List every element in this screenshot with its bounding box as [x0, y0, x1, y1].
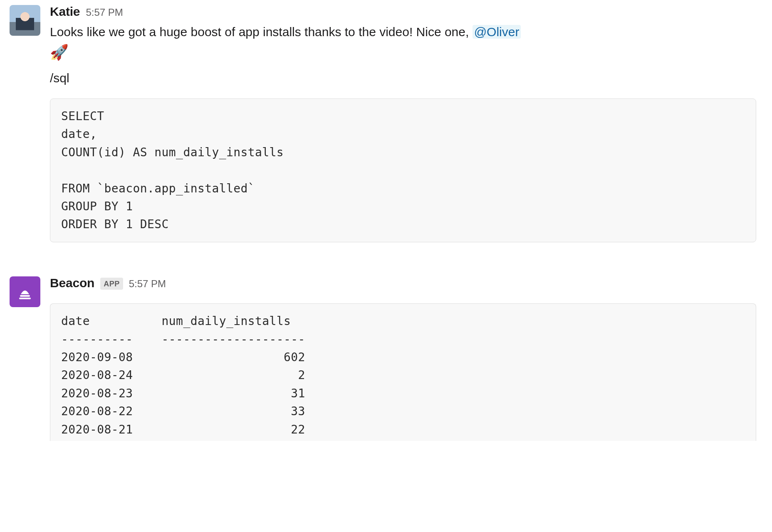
message-beacon[interactable]: Beacon APP 5:57 PM date num_daily_instal…: [0, 271, 764, 458]
slash-command: /sql: [50, 69, 756, 87]
message-header: Katie 5:57 PM: [50, 2, 756, 21]
message-text: Looks like we got a huge boost of app in…: [50, 22, 756, 60]
message-katie[interactable]: Katie 5:57 PM Looks like we got a huge b…: [0, 0, 764, 260]
mention-oliver[interactable]: @Oliver: [473, 25, 521, 39]
svg-rect-0: [20, 295, 30, 297]
text-run: Looks like we got a huge boost of app in…: [50, 25, 473, 39]
avatar-beacon[interactable]: [10, 276, 40, 307]
sender-name[interactable]: Beacon: [50, 274, 94, 292]
avatar-gutter: [0, 2, 50, 36]
sender-name[interactable]: Katie: [50, 2, 80, 21]
app-badge: APP: [100, 278, 123, 290]
message-list: Katie 5:57 PM Looks like we got a huge b…: [0, 0, 772, 458]
svg-rect-1: [19, 298, 31, 299]
rocket-icon: 🚀: [50, 45, 69, 60]
message-body: Katie 5:57 PM Looks like we got a huge b…: [50, 2, 764, 254]
sql-code-block[interactable]: SELECT date, COUNT(id) AS num_daily_inst…: [50, 99, 756, 242]
avatar-gutter: [0, 274, 50, 307]
timestamp[interactable]: 5:57 PM: [129, 277, 166, 291]
timestamp[interactable]: 5:57 PM: [86, 5, 123, 20]
sql-result-block[interactable]: date num_daily_installs ---------- -----…: [50, 303, 756, 441]
message-header: Beacon APP 5:57 PM: [50, 274, 756, 292]
beacon-logo-icon: [15, 282, 35, 302]
avatar-katie[interactable]: [10, 5, 40, 36]
message-body: Beacon APP 5:57 PM date num_daily_instal…: [50, 274, 764, 453]
